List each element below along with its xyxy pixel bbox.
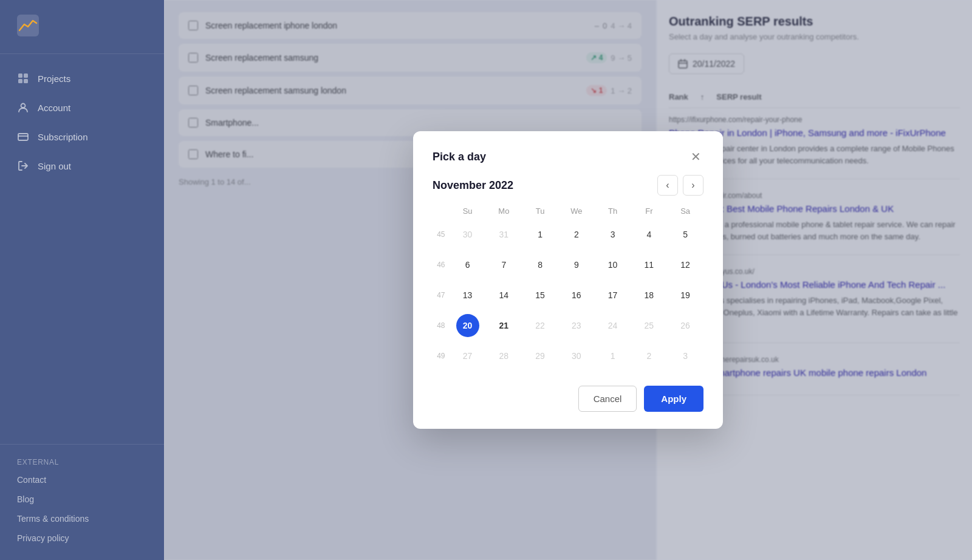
close-button[interactable]: ✕ bbox=[688, 148, 703, 165]
calendar-day[interactable]: 12 bbox=[667, 250, 703, 280]
apply-button[interactable]: Apply bbox=[644, 386, 703, 412]
calendar-day[interactable]: 2 bbox=[631, 341, 667, 371]
day-cell[interactable]: 26 bbox=[674, 314, 697, 337]
day-cell[interactable]: 23 bbox=[565, 314, 588, 337]
calendar-day[interactable]: 2 bbox=[558, 219, 595, 250]
calendar-day[interactable]: 11 bbox=[631, 250, 667, 280]
calendar-day[interactable]: 27 bbox=[450, 341, 486, 371]
calendar-day[interactable]: 8 bbox=[522, 250, 558, 280]
day-cell-selected[interactable]: 20 bbox=[456, 314, 479, 337]
calendar-day[interactable]: 9 bbox=[558, 250, 595, 280]
calendar-day[interactable]: 10 bbox=[595, 250, 631, 280]
day-cell[interactable]: 15 bbox=[529, 284, 552, 307]
day-cell[interactable]: 17 bbox=[601, 284, 625, 307]
day-cell[interactable]: 14 bbox=[492, 284, 515, 307]
sidebar-item-subscription-label: Subscription bbox=[38, 132, 88, 142]
calendar-day[interactable]: 7 bbox=[485, 250, 522, 280]
weekday-we: We bbox=[558, 203, 595, 219]
sidebar-item-signout[interactable]: Sign out bbox=[0, 151, 164, 180]
day-cell[interactable]: 4 bbox=[637, 223, 660, 246]
weekday-tu: Tu bbox=[522, 203, 558, 219]
calendar-day[interactable]: 23 bbox=[558, 310, 595, 341]
calendar-day[interactable]: 21 bbox=[485, 310, 522, 341]
calendar-day[interactable]: 25 bbox=[631, 310, 667, 341]
day-cell[interactable]: 13 bbox=[456, 284, 479, 307]
day-cell[interactable]: 31 bbox=[492, 223, 515, 246]
calendar-day[interactable]: 19 bbox=[667, 280, 703, 310]
sidebar-footer-terms[interactable]: Terms & conditions bbox=[0, 509, 164, 528]
sidebar-nav: Projects Account Subscription Sign out bbox=[0, 54, 164, 444]
calendar-week: 48 20 21 22 23 24 25 26 bbox=[433, 310, 703, 341]
day-cell[interactable]: 30 bbox=[456, 223, 479, 246]
calendar-day[interactable]: 30 bbox=[558, 341, 595, 371]
day-cell[interactable]: 19 bbox=[674, 284, 697, 307]
day-cell-bold[interactable]: 21 bbox=[492, 314, 515, 337]
day-cell[interactable]: 24 bbox=[601, 314, 625, 337]
sidebar-item-projects-label: Projects bbox=[38, 73, 70, 84]
day-cell[interactable]: 25 bbox=[637, 314, 660, 337]
day-cell[interactable]: 30 bbox=[565, 344, 588, 367]
calendar-day[interactable]: 18 bbox=[631, 280, 667, 310]
svg-rect-4 bbox=[24, 79, 28, 83]
calendar-day[interactable]: 20 bbox=[450, 310, 486, 341]
day-cell[interactable]: 28 bbox=[492, 344, 515, 367]
day-cell[interactable]: 29 bbox=[529, 344, 552, 367]
calendar-day[interactable]: 29 bbox=[522, 341, 558, 371]
calendar-day[interactable]: 3 bbox=[595, 219, 631, 250]
svg-point-5 bbox=[21, 104, 26, 108]
grid-icon bbox=[17, 72, 29, 84]
calendar-day[interactable]: 17 bbox=[595, 280, 631, 310]
calendar-week: 46 6 7 8 9 10 11 12 bbox=[433, 250, 703, 280]
calendar-day[interactable]: 1 bbox=[522, 219, 558, 250]
calendar-day[interactable]: 28 bbox=[485, 341, 522, 371]
day-cell[interactable]: 10 bbox=[601, 253, 625, 276]
week-number: 49 bbox=[433, 341, 450, 371]
day-cell[interactable]: 3 bbox=[601, 223, 625, 246]
svg-rect-2 bbox=[24, 73, 28, 78]
calendar-day[interactable]: 22 bbox=[522, 310, 558, 341]
calendar-day[interactable]: 3 bbox=[667, 341, 703, 371]
day-cell[interactable]: 6 bbox=[456, 253, 479, 276]
calendar-day[interactable]: 16 bbox=[558, 280, 595, 310]
modal-header: Pick a day ✕ bbox=[433, 148, 703, 165]
calendar-day[interactable]: 31 bbox=[485, 219, 522, 250]
day-cell[interactable]: 12 bbox=[674, 253, 697, 276]
day-cell[interactable]: 5 bbox=[674, 223, 697, 246]
day-cell[interactable]: 3 bbox=[674, 344, 697, 367]
day-cell[interactable]: 2 bbox=[637, 344, 660, 367]
calendar-day[interactable]: 5 bbox=[667, 219, 703, 250]
sidebar-footer-blog[interactable]: Blog bbox=[0, 490, 164, 509]
sidebar-item-subscription[interactable]: Subscription bbox=[0, 122, 164, 151]
cancel-button[interactable]: Cancel bbox=[578, 386, 637, 412]
day-cell[interactable]: 7 bbox=[492, 253, 515, 276]
day-cell[interactable]: 2 bbox=[565, 223, 588, 246]
next-month-button[interactable]: › bbox=[683, 175, 703, 196]
prev-month-button[interactable]: ‹ bbox=[657, 175, 678, 196]
calendar-week: 49 27 28 29 30 1 2 3 bbox=[433, 341, 703, 371]
day-cell[interactable]: 27 bbox=[456, 344, 479, 367]
day-cell[interactable]: 8 bbox=[529, 253, 552, 276]
day-cell[interactable]: 1 bbox=[529, 223, 552, 246]
weekday-su: Su bbox=[450, 203, 486, 219]
sidebar-item-projects[interactable]: Projects bbox=[0, 64, 164, 93]
calendar-day[interactable]: 4 bbox=[631, 219, 667, 250]
calendar-day[interactable]: 15 bbox=[522, 280, 558, 310]
calendar-day[interactable]: 30 bbox=[450, 219, 486, 250]
day-cell[interactable]: 11 bbox=[637, 253, 660, 276]
calendar-day[interactable]: 6 bbox=[450, 250, 486, 280]
calendar-day[interactable]: 24 bbox=[595, 310, 631, 341]
day-cell[interactable]: 18 bbox=[637, 284, 660, 307]
day-cell[interactable]: 22 bbox=[529, 314, 552, 337]
day-cell[interactable]: 1 bbox=[601, 344, 625, 367]
day-cell[interactable]: 9 bbox=[565, 253, 588, 276]
sidebar-item-account-label: Account bbox=[38, 103, 70, 113]
calendar-day[interactable]: 14 bbox=[485, 280, 522, 310]
day-cell[interactable]: 16 bbox=[565, 284, 588, 307]
sidebar-footer-privacy[interactable]: Privacy policy bbox=[0, 528, 164, 548]
calendar-day[interactable]: 26 bbox=[667, 310, 703, 341]
sidebar-footer-section-label: External bbox=[0, 454, 164, 470]
calendar-day[interactable]: 1 bbox=[595, 341, 631, 371]
sidebar-item-account[interactable]: Account bbox=[0, 93, 164, 122]
sidebar-footer-contact[interactable]: Contact bbox=[0, 470, 164, 490]
calendar-day[interactable]: 13 bbox=[450, 280, 486, 310]
